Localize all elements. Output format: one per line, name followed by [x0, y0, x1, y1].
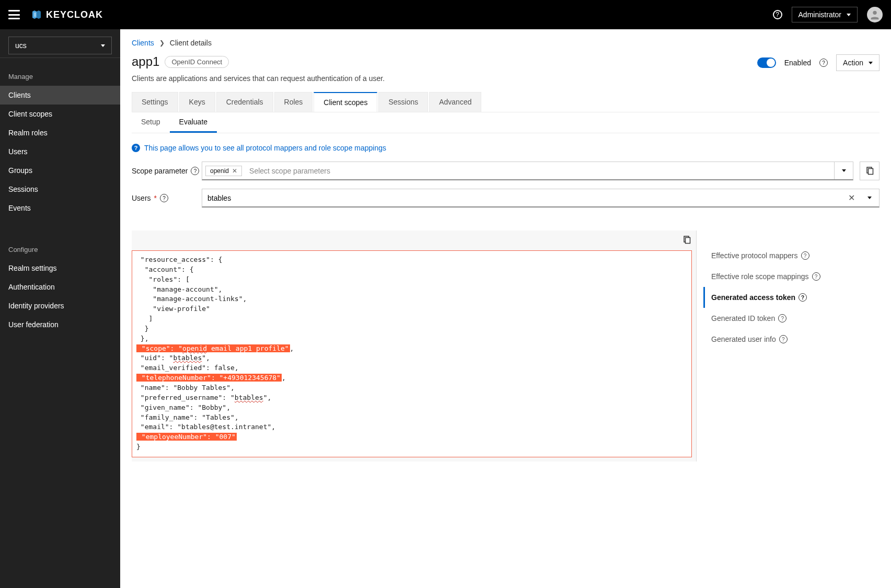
protocol-chip: OpenID Connect — [165, 56, 229, 68]
enabled-label: Enabled — [784, 59, 811, 67]
help-icon[interactable]: ? — [819, 59, 828, 67]
action-menu[interactable]: Action — [836, 54, 880, 71]
sidebar-item-realm-settings[interactable]: Realm settings — [0, 259, 120, 278]
help-icon[interactable]: ? — [778, 314, 786, 322]
user-menu-label: Administrator — [799, 10, 841, 19]
help-icon[interactable]: ? — [801, 251, 809, 260]
svg-rect-7 — [686, 237, 690, 243]
tab-credentials[interactable]: Credentials — [216, 92, 273, 112]
remove-icon[interactable]: ✕ — [232, 167, 237, 175]
token-code[interactable]: "resource_access": { "account": { "roles… — [132, 250, 692, 457]
breadcrumb-root[interactable]: Clients — [132, 39, 154, 47]
info-banner: ? This page allows you to see all protoc… — [132, 144, 880, 152]
scope-dropdown-toggle[interactable] — [834, 162, 853, 179]
chevron-down-icon — [867, 197, 872, 199]
sidebar-section-configure: Configure — [0, 234, 120, 259]
sidebar-item-events[interactable]: Events — [0, 199, 120, 217]
users-field[interactable]: ✕ — [202, 189, 880, 207]
info-link[interactable]: This page allows you to see all protocol… — [144, 144, 386, 152]
token-type-panel: Effective protocol mappers?Effective rol… — [697, 230, 880, 355]
help-icon[interactable]: ? — [191, 167, 199, 175]
info-icon: ? — [132, 144, 140, 152]
panel-item-effective-role-scope-mappings[interactable]: Effective role scope mappings? — [705, 266, 874, 287]
subtab-setup[interactable]: Setup — [132, 112, 170, 133]
scope-chip-label: openid — [210, 167, 229, 175]
token-preview-panel: "resource_access": { "account": { "roles… — [132, 230, 697, 462]
sidebar-item-user-federation[interactable]: User federation — [0, 315, 120, 334]
copy-icon — [682, 236, 691, 244]
help-icon[interactable]: ? — [779, 335, 788, 343]
users-input[interactable] — [202, 190, 842, 206]
svg-rect-5 — [869, 169, 873, 175]
copy-scope-button[interactable] — [860, 162, 880, 180]
tab-sessions[interactable]: Sessions — [378, 92, 428, 112]
copy-token-button[interactable] — [682, 236, 691, 246]
copy-icon — [865, 167, 874, 175]
keycloak-icon — [30, 8, 43, 21]
panel-item-generated-user-info[interactable]: Generated user info? — [705, 329, 874, 350]
page-subtitle: Clients are applications and services th… — [132, 74, 880, 83]
help-icon[interactable]: ? — [799, 293, 807, 302]
topbar: KEYCLOAK ? Administrator — [0, 0, 891, 29]
users-label: Users * ? — [132, 194, 202, 202]
menu-toggle-button[interactable] — [8, 10, 20, 19]
users-dropdown-toggle[interactable] — [860, 197, 879, 199]
brand-logo[interactable]: KEYCLOAK — [30, 8, 103, 21]
scope-parameter-input[interactable] — [245, 163, 834, 179]
sidebar-item-sessions[interactable]: Sessions — [0, 180, 120, 199]
sidebar-item-groups[interactable]: Groups — [0, 161, 120, 180]
tab-bar: SettingsKeysCredentialsRolesClient scope… — [132, 92, 880, 112]
sidebar-item-clients[interactable]: Clients — [0, 86, 120, 105]
panel-item-generated-access-token[interactable]: Generated access token? — [703, 287, 874, 308]
chevron-right-icon: ❯ — [159, 39, 165, 47]
chevron-down-icon — [101, 44, 105, 47]
page-title: app1 — [132, 54, 159, 69]
panel-item-generated-id-token[interactable]: Generated ID token? — [705, 308, 874, 329]
svg-marker-2 — [34, 13, 36, 17]
avatar[interactable] — [867, 7, 883, 22]
sidebar-section-manage: Manage — [0, 61, 120, 86]
action-menu-label: Action — [843, 59, 863, 67]
tab-client-scopes[interactable]: Client scopes — [314, 92, 377, 112]
tab-keys[interactable]: Keys — [179, 92, 215, 112]
scope-chip-openid[interactable]: openid ✕ — [205, 166, 242, 176]
sidebar-item-identity-providers[interactable]: Identity providers — [0, 296, 120, 315]
sidebar-item-realm-roles[interactable]: Realm roles — [0, 123, 120, 142]
subtab-bar: SetupEvaluate — [132, 112, 880, 133]
chevron-down-icon — [847, 14, 851, 16]
user-icon — [869, 9, 881, 20]
breadcrumb: Clients ❯ Client details — [132, 39, 880, 47]
realm-selector[interactable]: ucs — [8, 37, 112, 54]
subtab-evaluate[interactable]: Evaluate — [170, 112, 217, 133]
scope-parameter-field[interactable]: openid ✕ — [202, 162, 853, 180]
help-icon[interactable]: ? — [160, 194, 168, 202]
tab-settings[interactable]: Settings — [132, 92, 178, 112]
breadcrumb-current: Client details — [170, 39, 212, 47]
scope-parameter-label: Scope parameter ? — [132, 167, 202, 175]
enabled-toggle[interactable] — [757, 57, 776, 68]
sidebar-item-client-scopes[interactable]: Client scopes — [0, 105, 120, 123]
main-content: Clients ❯ Client details app1 OpenID Con… — [120, 29, 891, 588]
help-icon[interactable]: ? — [812, 272, 820, 281]
tab-roles[interactable]: Roles — [274, 92, 313, 112]
user-menu[interactable]: Administrator — [792, 7, 858, 22]
help-icon[interactable]: ? — [773, 10, 782, 19]
chevron-down-icon — [842, 169, 846, 172]
chevron-down-icon — [869, 62, 873, 64]
panel-item-effective-protocol-mappers[interactable]: Effective protocol mappers? — [705, 245, 874, 266]
svg-point-3 — [873, 11, 876, 15]
tab-advanced[interactable]: Advanced — [429, 92, 481, 112]
clear-users-button[interactable]: ✕ — [842, 193, 860, 203]
sidebar-item-authentication[interactable]: Authentication — [0, 278, 120, 296]
brand-text: KEYCLOAK — [46, 9, 103, 20]
sidebar-item-users[interactable]: Users — [0, 142, 120, 161]
svg-marker-1 — [37, 10, 41, 19]
sidebar: ucs Manage ClientsClient scopesRealm rol… — [0, 29, 120, 588]
realm-name: ucs — [15, 41, 27, 50]
